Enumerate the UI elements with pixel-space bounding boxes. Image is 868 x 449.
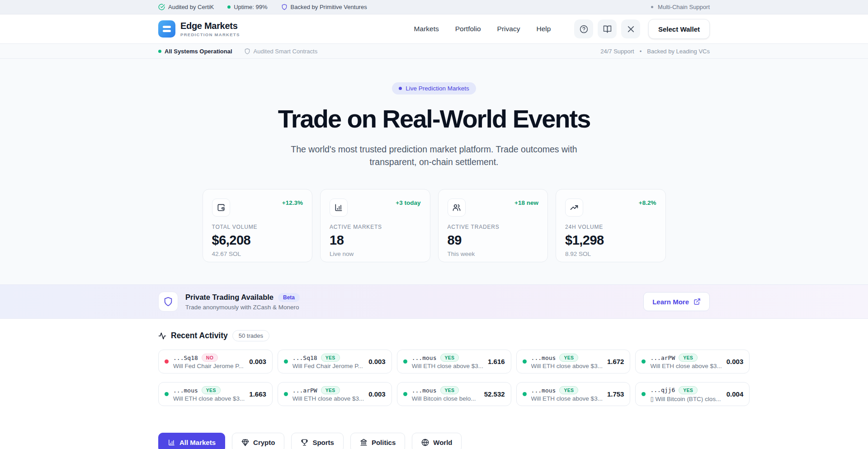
nav-help[interactable]: Help [536, 25, 551, 33]
bullet-icon [651, 6, 653, 8]
purple-dot-icon [399, 87, 402, 90]
main-header: Edge Markets PREDICTION MARKETS Markets … [0, 14, 868, 44]
trade-card[interactable]: ...mous YES Will Bitcoin close belo... 5… [397, 382, 511, 406]
bar-chart-icon [330, 199, 348, 217]
trader-address: ...mous [412, 354, 437, 361]
bullet: • [640, 48, 642, 55]
nav-portfolio[interactable]: Portfolio [455, 25, 481, 33]
multi-chain-label: Multi-Chain Support [658, 4, 710, 10]
trade-card[interactable]: ...mous YES Will ETH close above $3... 1… [516, 350, 631, 373]
side-badge: YES [440, 386, 459, 394]
green-dot-icon [158, 50, 161, 53]
stat-label: ACTIVE MARKETS [330, 224, 421, 230]
shield-outline-icon [244, 48, 250, 55]
globe-icon [421, 439, 429, 446]
trade-value: 1.663 [249, 390, 266, 398]
bar-chart-icon [168, 439, 175, 446]
audited-certik-label: Audited by CertiK [168, 4, 214, 10]
backed-primitive-label: Backed by Primitive Ventures [291, 4, 367, 10]
side-dot-icon [403, 392, 407, 396]
check-circle-icon [158, 4, 165, 10]
market-question: Will ETH close above $3... [531, 395, 603, 402]
shield-icon [281, 4, 288, 10]
beta-badge: Beta [278, 293, 300, 302]
backed-primitive-item: Backed by Primitive Ventures [281, 4, 367, 10]
filter-crypto[interactable]: Crypto [232, 433, 284, 449]
market-filters: All Markets Crypto Sports Politics [158, 433, 710, 449]
stat-sub: Live now [330, 250, 421, 257]
trade-card[interactable]: ...arPW YES Will ETH close above $3... 0… [635, 350, 750, 373]
trader-address: ...mous [531, 354, 556, 361]
help-circle-icon [580, 25, 588, 33]
stat-value: 89 [448, 233, 539, 248]
filter-label: World [433, 439, 452, 446]
market-question: Will ETH close above $3... [531, 363, 603, 369]
hero-section: Live Prediction Markets Trade on Real-Wo… [0, 59, 868, 262]
status-bar: All Systems Operational Audited Smart Co… [0, 44, 868, 59]
trade-card[interactable]: ...qjj6 YES ▯ Will Bitcoin (BTC) clos...… [635, 382, 750, 406]
market-question: ▯ Will Bitcoin (BTC) clos... [650, 395, 722, 402]
trade-value: 1.753 [607, 390, 624, 398]
users-icon [448, 199, 466, 217]
trade-value: 0.003 [726, 358, 744, 365]
twitter-button[interactable] [621, 19, 640, 38]
filter-politics[interactable]: Politics [350, 433, 405, 449]
brand-logo[interactable]: Edge Markets PREDICTION MARKETS [158, 20, 240, 38]
side-badge: YES [559, 386, 578, 394]
trade-value: 1.672 [607, 358, 624, 365]
audited-certik-item: Audited by CertiK [158, 4, 214, 10]
stat-value: $1,298 [565, 233, 656, 248]
activity-pulse-icon [158, 332, 166, 340]
stat-sub: 8.92 SOL [565, 250, 656, 257]
banner-title: Private Trading Available [185, 293, 274, 302]
private-trading-banner: Private Trading Available Beta Trade ano… [0, 284, 868, 319]
landmark-icon [360, 439, 368, 446]
select-wallet-button[interactable]: Select Wallet [648, 19, 710, 39]
side-badge: YES [559, 354, 578, 362]
trade-value: 0.004 [726, 390, 744, 398]
stat-value: 18 [330, 233, 421, 248]
learn-more-label: Learn More [652, 298, 689, 306]
trade-card[interactable]: ...arPW YES Will ETH close above $3... 0… [278, 382, 392, 406]
page-title: Trade on Real-World Events [0, 104, 868, 133]
activity-title: Recent Activity [171, 331, 228, 340]
banner-subtitle: Trade anonymously with ZCash & Monero [185, 304, 300, 311]
multi-chain-item: Multi-Chain Support [651, 4, 710, 10]
side-dot-icon [523, 392, 527, 396]
trophy-icon [301, 439, 308, 446]
learn-more-button[interactable]: Learn More [643, 292, 710, 311]
systems-operational-label: All Systems Operational [165, 48, 232, 55]
filter-all-markets[interactable]: All Markets [158, 433, 225, 449]
docs-button[interactable] [598, 19, 617, 38]
trade-card[interactable]: ...Sq18 NO Will Fed Chair Jerome P... 0.… [158, 350, 273, 373]
trader-address: ...Sq18 [292, 354, 317, 361]
side-dot-icon [284, 359, 288, 364]
trader-address: ...arPW [292, 387, 317, 394]
trade-card[interactable]: ...mous YES Will ETH close above $3... 1… [397, 350, 511, 373]
filter-sports[interactable]: Sports [291, 433, 344, 449]
stat-label: 24H VOLUME [565, 224, 656, 230]
nav-markets[interactable]: Markets [414, 25, 439, 33]
wallet-icon [212, 199, 230, 217]
nav-privacy[interactable]: Privacy [497, 25, 520, 33]
trader-address: ...mous [173, 387, 198, 394]
trade-value: 52.532 [484, 390, 505, 398]
audited-contracts-label: Audited Smart Contracts [254, 48, 318, 55]
side-dot-icon [642, 359, 646, 364]
stat-value: $6,208 [212, 233, 303, 248]
side-dot-icon [642, 392, 646, 396]
support-label: 24/7 Support [600, 48, 634, 55]
trade-card[interactable]: ...Sq18 YES Will Fed Chair Jerome P... 0… [278, 350, 392, 373]
recent-activity-section: Recent Activity 50 trades ...Sq18 NO Wil… [0, 319, 868, 449]
live-markets-badge: Live Prediction Markets [392, 82, 476, 95]
brand-name: Edge Markets [180, 21, 240, 31]
trader-address: ...arPW [650, 354, 675, 361]
trader-address: ...qjj6 [650, 387, 675, 393]
trade-card[interactable]: ...mous YES Will ETH close above $3... 1… [516, 382, 631, 406]
trade-card[interactable]: ...mous YES Will ETH close above $3... 1… [158, 382, 273, 406]
filter-label: Crypto [253, 439, 275, 446]
filter-world[interactable]: World [412, 433, 462, 449]
help-button[interactable] [574, 19, 593, 38]
trade-value: 0.003 [368, 390, 386, 398]
trade-value: 1.616 [488, 358, 505, 365]
